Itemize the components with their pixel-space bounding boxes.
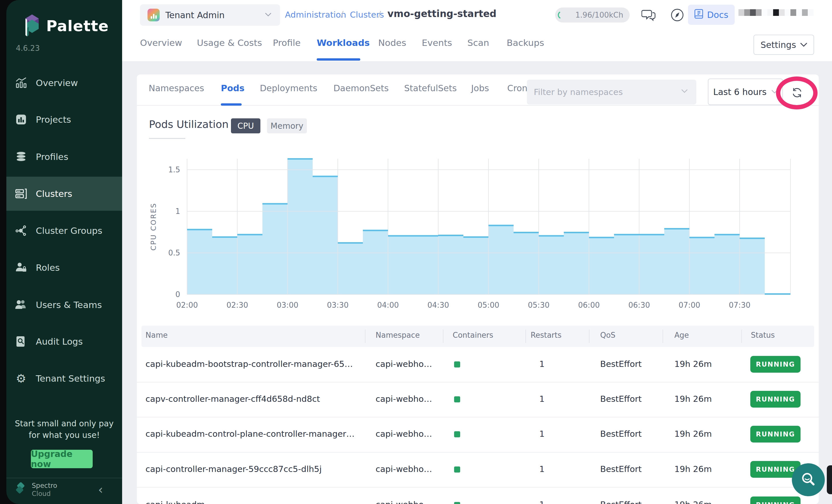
clusters-icon: [15, 187, 28, 200]
section-title-rule: [149, 138, 185, 139]
time-range-dropdown[interactable]: Last 6 hours: [708, 79, 783, 105]
pod-qos: BestEffort: [600, 464, 642, 474]
pods-utilization-chart: 00.511.502:0002:3003:0003:3004:0004:3005…: [144, 153, 805, 314]
subtab-statefulsets[interactable]: StatefulSets: [404, 83, 457, 93]
memory-toggle-button[interactable]: Memory: [267, 118, 307, 133]
sidebar-item-clusters[interactable]: Clusters: [6, 177, 122, 211]
sidebar-item-label: Cluster Groups: [36, 226, 102, 236]
svg-text:06:00: 06:00: [578, 301, 600, 310]
subtab-pods[interactable]: Pods: [221, 83, 244, 93]
redacted-block: [750, 9, 756, 16]
col-header-name[interactable]: Name: [146, 331, 168, 340]
sidebar-item-audit-logs[interactable]: Audit Logs: [6, 324, 122, 359]
sidebar-item-projects[interactable]: Projects: [6, 103, 122, 136]
container-status-square: [454, 431, 460, 437]
table-row[interactable]: capi-kubeadm-control-plane-controller-ma…: [137, 417, 819, 452]
tab-overview[interactable]: Overview: [140, 37, 182, 48]
annotation-highlight-circle: [776, 77, 817, 109]
sidebar-item-overview[interactable]: Overview: [6, 66, 122, 100]
redacted-block: [790, 9, 796, 16]
status-badge: RUNNING: [750, 497, 801, 504]
tenant-selector[interactable]: Tenant Admin: [140, 4, 280, 26]
svg-text:03:00: 03:00: [277, 301, 298, 310]
container-status-square: [454, 396, 460, 402]
pod-namespace: capi-webho…: [375, 500, 432, 504]
upgrade-now-button[interactable]: Upgrade now: [31, 450, 93, 468]
row-separator: [137, 417, 819, 417]
settings-button[interactable]: Settings: [753, 35, 814, 55]
active-tab-underline: [317, 58, 360, 61]
app-window: Palette 4.6.23 Overview Projects Profile…: [0, 0, 832, 504]
namespace-filter-input[interactable]: [527, 80, 696, 105]
container-status-square: [454, 362, 460, 368]
chat-icon[interactable]: [642, 8, 656, 24]
sidebar-item-tenant-settings[interactable]: ⚙ Tenant Settings: [6, 362, 122, 395]
cursor-artifact: [827, 465, 832, 494]
usage-progress-arc: [557, 11, 566, 19]
col-header-age[interactable]: Age: [674, 331, 689, 340]
subtab-daemonsets[interactable]: DaemonSets: [333, 83, 389, 93]
tab-scan[interactable]: Scan: [467, 37, 489, 48]
column-divider: [589, 330, 590, 343]
sidebar-item-label: Overview: [36, 78, 78, 88]
pod-age: 19h 26m: [674, 429, 712, 439]
col-header-namespace[interactable]: Namespace: [375, 331, 420, 340]
table-row[interactable]: capv-controller-manager-cff4d658d-nd8ctc…: [137, 382, 819, 417]
table-row[interactable]: capi-controller-manager-59ccc87cc5-dlh5j…: [137, 452, 819, 487]
tab-workloads[interactable]: Workloads: [317, 37, 370, 48]
sidebar-item-label: Roles: [36, 262, 60, 273]
table-row-partial[interactable]: capi-kubeadm-…capi-webho…1BestEffort19h …: [137, 487, 819, 504]
subtab-jobs[interactable]: Jobs: [471, 83, 489, 93]
sidebar-item-users-teams[interactable]: Users & Teams: [6, 288, 122, 322]
users-teams-icon: [15, 298, 28, 312]
redacted-block: [773, 9, 779, 16]
sidebar-item-cluster-groups[interactable]: Cluster Groups: [6, 214, 122, 248]
col-header-containers[interactable]: Containers: [453, 331, 493, 340]
sidebar-item-label: Tenant Settings: [36, 373, 105, 383]
col-header-restarts[interactable]: Restarts: [530, 331, 562, 340]
svg-text:07:00: 07:00: [679, 301, 700, 310]
pod-restarts: 1: [539, 359, 544, 369]
pod-age: 19h 26m: [674, 464, 712, 474]
docs-button[interactable]: Docs: [688, 5, 735, 25]
tenant-selector-label: Tenant Admin: [165, 10, 225, 20]
svg-text:CPU CORES: CPU CORES: [150, 203, 158, 250]
breadcrumb-administration[interactable]: Administration: [285, 10, 346, 20]
pod-namespace: capi-webho…: [375, 359, 432, 369]
section-title: Pods Utilization: [149, 118, 229, 130]
tab-events[interactable]: Events: [422, 37, 452, 48]
app-name: Palette: [46, 17, 109, 35]
svg-text:02:00: 02:00: [176, 301, 198, 310]
profiles-icon: [15, 150, 28, 163]
pod-namespace: capi-webho…: [375, 429, 432, 439]
table-row[interactable]: capi-kubeadm-bootstrap-controller-manage…: [137, 347, 819, 382]
redacted-block: [779, 9, 785, 16]
settings-label: Settings: [760, 40, 796, 50]
brand-line-2: Cloud: [32, 489, 57, 498]
breadcrumb-separator: /: [341, 9, 343, 19]
help-search-launcher[interactable]: [792, 463, 825, 496]
tab-profile[interactable]: Profile: [273, 37, 301, 48]
tab-usage-costs[interactable]: Usage & Costs: [197, 37, 262, 48]
col-header-qos[interactable]: QoS: [600, 331, 616, 340]
subtab-namespaces[interactable]: Namespaces: [149, 83, 204, 93]
status-badge: RUNNING: [750, 391, 801, 407]
tab-backups[interactable]: Backups: [506, 37, 544, 48]
chevron-down-icon: [800, 43, 807, 47]
redacted-block: [802, 9, 808, 16]
sidebar-collapse-icon[interactable]: ‹: [98, 483, 103, 497]
sidebar-item-profiles[interactable]: Profiles: [6, 140, 122, 174]
sidebar-item-roles[interactable]: Roles: [6, 250, 122, 285]
pod-name: capi-kubeadm-bootstrap-controller-manage…: [146, 359, 353, 369]
tab-nodes[interactable]: Nodes: [378, 37, 406, 48]
promo-text: Start small and only pay for what you us…: [6, 418, 122, 441]
sidebar-item-label: Audit Logs: [36, 336, 83, 347]
cpu-toggle-button[interactable]: CPU: [231, 118, 260, 133]
subtab-deployments[interactable]: Deployments: [260, 83, 317, 93]
audit-logs-icon: [15, 335, 28, 348]
col-header-status[interactable]: Status: [751, 331, 775, 340]
status-badge: RUNNING: [750, 426, 801, 443]
compass-icon[interactable]: [670, 8, 684, 23]
pod-qos: BestEffort: [600, 500, 642, 504]
palette-logo: Palette: [24, 14, 109, 38]
